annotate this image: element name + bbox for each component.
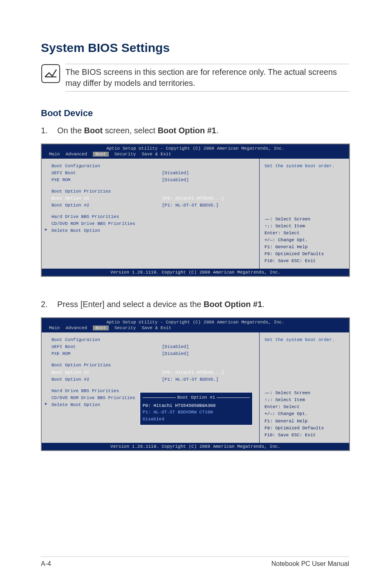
tab-save-exit-2: Save & Exit	[141, 325, 171, 330]
tab-advanced: Advanced	[65, 152, 87, 157]
boot-option-1-value: [P0: Hitachi HTS545...]	[162, 195, 224, 202]
tab-security-2: Security	[114, 325, 136, 330]
key-optimized-defaults-2: F9: Optimized Defaults	[264, 425, 344, 432]
boot-option-popup: Boot Option #1 P0: Hitachi HTS545050B9A3…	[140, 392, 253, 425]
bios-tabs-1: Main Advanced Boot Security Save & Exit	[42, 151, 349, 158]
boot-option-2-value-2: [P1: HL-DT-ST BDDVD.]	[162, 376, 219, 383]
bios-copyright-2: Aptio Setup Utility - Copyright (C) 2008…	[42, 318, 349, 325]
note-icon	[41, 64, 61, 83]
key-general-help-2: F1: General Help	[264, 418, 344, 425]
step-2-bold-option: Boot Option #1	[204, 300, 262, 309]
step-1-text-a: On the	[57, 126, 84, 135]
bios-help-text-2: Set the system boot order.	[264, 337, 344, 390]
bios-left-panel-2: Boot Configuration UEFI Boot[Disabled] P…	[42, 332, 259, 442]
bios-screenshot-1: Aptio Setup Utility - Copyright (C) 2008…	[41, 144, 350, 277]
boot-device-heading: Boot Device	[41, 108, 349, 119]
step-1-text-c: .	[216, 126, 219, 135]
key-optimized-defaults: F9: Optimized Defaults	[264, 251, 344, 258]
step-1: 1. On the Boot screen, select Boot Optio…	[41, 125, 349, 136]
tab-boot-2: Boot	[93, 325, 108, 330]
tab-boot: Boot	[93, 152, 108, 157]
pxe-rom-value: [Disabled]	[162, 177, 189, 184]
key-enter-select: Enter: Select	[264, 230, 344, 237]
pxe-rom-value-2: [Disabled]	[162, 350, 189, 357]
popup-option-1: P0: Hitachi HTS545050B9A300	[143, 402, 250, 409]
bios-key-help-1: →←: Select Screen ↑↓: Select Item Enter:…	[264, 216, 344, 265]
bios-key-help-2: →←: Select Screen ↑↓: Select Item Enter:…	[264, 390, 344, 438]
boot-option-priorities-label-2: Boot Option Priorities	[52, 362, 162, 369]
bios-help-text-1: Set the system boot order.	[264, 163, 344, 216]
boot-option-priorities-label: Boot Option Priorities	[52, 188, 162, 195]
uefi-boot-value: [Disabled]	[162, 170, 189, 177]
uefi-boot-label-2: UEFI Boot	[52, 343, 162, 350]
key-general-help: F1: General Help	[264, 244, 344, 251]
key-save-exit: F10: Save ESC: Exit	[264, 258, 344, 265]
key-select-screen-2: →←: Select Screen	[264, 390, 344, 397]
step-2-text-a: Press [Enter] and select a device as the	[57, 300, 204, 309]
boot-option-2-value: [P1: HL-DT-ST BDDVD.]	[162, 202, 219, 209]
svg-rect-0	[42, 65, 60, 83]
tab-main-2: Main	[49, 325, 60, 330]
key-change-opt-2: +/—: Change Opt.	[264, 411, 344, 417]
step-2-body: Press [Enter] and select a device as the…	[57, 299, 349, 310]
pxe-rom-label-2: PXE ROM	[52, 350, 162, 357]
step-2-number: 2.	[41, 299, 57, 310]
note-block: The BIOS screens in this section are for…	[41, 64, 349, 92]
tab-main: Main	[49, 152, 60, 157]
boot-option-1-label-2: Boot Option #1	[52, 369, 162, 376]
bios-version-2: Version 1.28.1119. Copyright (C) 2008 Am…	[42, 443, 349, 450]
bios-right-panel-1: Set the system boot order. →←: Select Sc…	[259, 159, 349, 269]
uefi-boot-label: UEFI Boot	[52, 170, 162, 177]
hdd-bbs-priorities: Hard Drive BBS Priorities	[52, 213, 162, 220]
page-number: A-4	[41, 560, 51, 568]
bios-left-panel-1: Boot Configuration UEFI Boot[Disabled] P…	[42, 159, 259, 269]
step-1-text-b: screen, select	[103, 126, 158, 135]
delete-boot-option: Delete Boot Option	[52, 227, 162, 234]
popup-option-disabled: Disabled	[143, 416, 250, 423]
key-save-exit-2: F10: Save ESC: Exit	[264, 432, 344, 439]
step-1-bold-boot: Boot	[84, 126, 103, 135]
key-change-opt: +/—: Change Opt.	[264, 237, 344, 244]
page-heading: System BIOS Settings	[41, 41, 349, 55]
bios-copyright-1: Aptio Setup Utility - Copyright (C) 2008…	[42, 144, 349, 151]
step-2-text-b: .	[262, 300, 264, 309]
page-footer: A-4 Notebook PC User Manual	[41, 557, 349, 568]
footer-title: Notebook PC User Manual	[271, 560, 349, 568]
boot-configuration-label: Boot Configuration	[52, 163, 162, 170]
note-text: The BIOS screens in this section are for…	[65, 64, 349, 92]
bios-screenshot-2: Aptio Setup Utility - Copyright (C) 2008…	[41, 317, 350, 451]
popup-title: Boot Option #1	[177, 394, 215, 401]
cd-dvd-bbs-priorities: CD/DVD ROM Drive BBS Priorities	[52, 220, 162, 227]
boot-option-1-label: Boot Option #1	[52, 195, 162, 202]
uefi-boot-value-2: [Disabled]	[162, 343, 189, 350]
step-2: 2. Press [Enter] and select a device as …	[41, 299, 349, 310]
key-select-item: ↑↓: Select Item	[264, 223, 344, 230]
tab-security: Security	[114, 152, 136, 157]
tab-save-exit: Save & Exit	[141, 152, 171, 157]
step-1-body: On the Boot screen, select Boot Option #…	[57, 125, 349, 136]
pxe-rom-label: PXE ROM	[52, 177, 162, 184]
step-1-bold-option: Boot Option #1	[158, 126, 216, 135]
step-1-number: 1.	[41, 125, 57, 136]
tab-advanced-2: Advanced	[65, 325, 87, 330]
popup-option-2: P1: HL-DT-ST BDDVDRW CT10N	[143, 409, 250, 416]
bios-version-1: Version 1.28.1119. Copyright (C) 2008 Am…	[42, 269, 349, 276]
key-select-item-2: ↑↓: Select Item	[264, 397, 344, 404]
key-select-screen: →←: Select Screen	[264, 216, 344, 223]
key-enter-select-2: Enter: Select	[264, 404, 344, 411]
boot-option-2-label: Boot Option #2	[52, 202, 162, 209]
bios-tabs-2: Main Advanced Boot Security Save & Exit	[42, 325, 349, 332]
boot-option-2-label-2: Boot Option #2	[52, 376, 162, 383]
boot-option-1-value-2: [P0: Hitachi HTS545...]	[162, 369, 224, 376]
boot-configuration-label-2: Boot Configuration	[52, 337, 162, 343]
bios-right-panel-2: Set the system boot order. →←: Select Sc…	[259, 332, 349, 442]
